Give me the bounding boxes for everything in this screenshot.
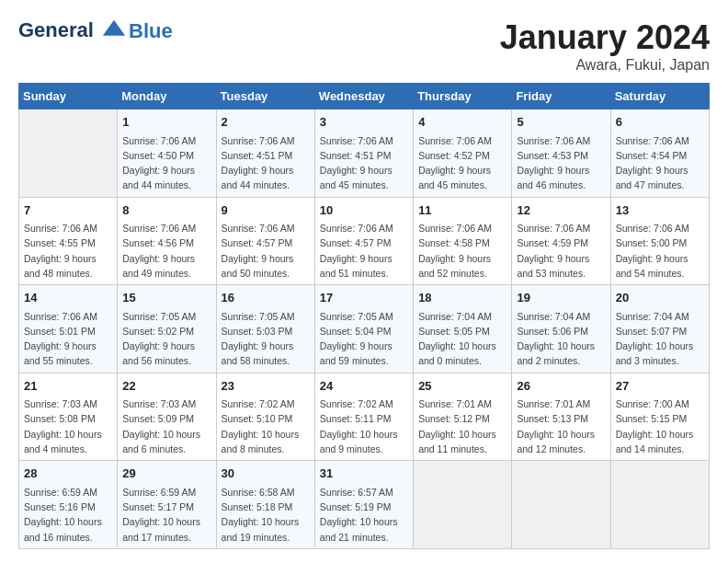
calendar-cell: 1Sunrise: 7:06 AMSunset: 4:50 PMDaylight…	[118, 109, 216, 198]
calendar-cell: 7Sunrise: 7:06 AMSunset: 4:55 PMDaylight…	[19, 197, 118, 285]
day-info: Sunrise: 7:06 AMSunset: 4:58 PMDaylight:…	[418, 221, 506, 281]
day-number: 16	[222, 289, 310, 307]
day-number: 21	[24, 377, 112, 396]
calendar-cell: 27Sunrise: 7:00 AMSunset: 5:15 PMDayligh…	[610, 373, 709, 461]
svg-marker-0	[103, 20, 125, 36]
day-info: Sunrise: 7:06 AMSunset: 4:50 PMDaylight:…	[122, 133, 210, 193]
calendar-cell: 16Sunrise: 7:05 AMSunset: 5:03 PMDayligh…	[216, 285, 314, 373]
day-info: Sunrise: 7:05 AMSunset: 5:04 PMDaylight:…	[320, 309, 408, 369]
day-number: 17	[320, 289, 408, 307]
day-info: Sunrise: 7:06 AMSunset: 4:57 PMDaylight:…	[222, 221, 310, 281]
day-number: 8	[122, 201, 210, 220]
week-row-3: 14Sunrise: 7:06 AMSunset: 5:01 PMDayligh…	[19, 285, 710, 373]
calendar-cell: 25Sunrise: 7:01 AMSunset: 5:12 PMDayligh…	[414, 373, 512, 461]
calendar-cell: 2Sunrise: 7:06 AMSunset: 4:51 PMDaylight…	[216, 109, 314, 198]
day-info: Sunrise: 7:03 AMSunset: 5:08 PMDaylight:…	[24, 396, 112, 456]
day-header-thursday: Thursday	[414, 84, 512, 109]
logo: General Blue	[18, 18, 173, 44]
calendar-cell: 23Sunrise: 7:02 AMSunset: 5:10 PMDayligh…	[216, 373, 314, 461]
day-number: 3	[320, 113, 408, 132]
day-info: Sunrise: 7:06 AMSunset: 4:54 PMDaylight:…	[616, 133, 704, 193]
calendar-cell	[414, 461, 512, 549]
calendar-cell: 14Sunrise: 7:06 AMSunset: 5:01 PMDayligh…	[19, 285, 118, 373]
day-number: 14	[24, 289, 112, 307]
week-row-4: 21Sunrise: 7:03 AMSunset: 5:08 PMDayligh…	[19, 373, 710, 461]
day-number: 29	[122, 465, 210, 483]
month-title: January 2024	[500, 18, 710, 57]
day-header-tuesday: Tuesday	[216, 84, 314, 109]
day-info: Sunrise: 7:05 AMSunset: 5:03 PMDaylight:…	[222, 309, 310, 369]
day-info: Sunrise: 7:06 AMSunset: 4:59 PMDaylight:…	[517, 221, 605, 281]
calendar-cell: 6Sunrise: 7:06 AMSunset: 4:54 PMDaylight…	[610, 109, 709, 198]
page-header: General Blue January 2024 Awara, Fukui, …	[18, 18, 710, 74]
calendar-cell: 24Sunrise: 7:02 AMSunset: 5:11 PMDayligh…	[314, 373, 413, 461]
title-block: January 2024 Awara, Fukui, Japan	[500, 18, 710, 74]
calendar-cell: 5Sunrise: 7:06 AMSunset: 4:53 PMDaylight…	[512, 109, 610, 198]
day-info: Sunrise: 7:05 AMSunset: 5:02 PMDaylight:…	[122, 309, 210, 369]
logo-general: General	[18, 18, 94, 41]
day-number: 31	[320, 465, 408, 483]
day-info: Sunrise: 6:58 AMSunset: 5:18 PMDaylight:…	[222, 485, 310, 545]
calendar-cell: 13Sunrise: 7:06 AMSunset: 5:00 PMDayligh…	[610, 197, 709, 285]
day-number: 20	[616, 289, 704, 307]
day-info: Sunrise: 6:59 AMSunset: 5:16 PMDaylight:…	[24, 485, 112, 545]
day-info: Sunrise: 7:02 AMSunset: 5:10 PMDaylight:…	[222, 396, 310, 456]
day-header-wednesday: Wednesday	[314, 84, 413, 109]
day-number: 10	[320, 201, 408, 220]
calendar-cell: 21Sunrise: 7:03 AMSunset: 5:08 PMDayligh…	[19, 373, 118, 461]
day-info: Sunrise: 7:02 AMSunset: 5:11 PMDaylight:…	[320, 396, 408, 456]
day-info: Sunrise: 7:06 AMSunset: 4:51 PMDaylight:…	[320, 133, 408, 193]
calendar-cell: 11Sunrise: 7:06 AMSunset: 4:58 PMDayligh…	[414, 197, 512, 285]
calendar-cell: 10Sunrise: 7:06 AMSunset: 4:57 PMDayligh…	[314, 197, 413, 285]
day-number: 2	[222, 113, 310, 132]
day-header-monday: Monday	[118, 84, 216, 109]
calendar-cell: 3Sunrise: 7:06 AMSunset: 4:51 PMDaylight…	[314, 109, 413, 198]
day-number: 25	[418, 377, 506, 396]
day-info: Sunrise: 6:59 AMSunset: 5:17 PMDaylight:…	[122, 485, 210, 545]
calendar-cell: 26Sunrise: 7:01 AMSunset: 5:13 PMDayligh…	[512, 373, 610, 461]
day-info: Sunrise: 7:04 AMSunset: 5:07 PMDaylight:…	[616, 309, 704, 369]
day-info: Sunrise: 7:06 AMSunset: 5:00 PMDaylight:…	[616, 221, 704, 281]
day-info: Sunrise: 7:06 AMSunset: 4:51 PMDaylight:…	[222, 133, 310, 193]
calendar-cell	[512, 461, 610, 549]
day-number: 19	[517, 289, 605, 307]
day-number: 11	[418, 201, 506, 220]
calendar-cell: 18Sunrise: 7:04 AMSunset: 5:05 PMDayligh…	[414, 285, 512, 373]
week-row-5: 28Sunrise: 6:59 AMSunset: 5:16 PMDayligh…	[19, 461, 710, 549]
day-info: Sunrise: 7:06 AMSunset: 4:55 PMDaylight:…	[24, 221, 112, 281]
calendar-cell: 12Sunrise: 7:06 AMSunset: 4:59 PMDayligh…	[512, 197, 610, 285]
day-info: Sunrise: 7:01 AMSunset: 5:13 PMDaylight:…	[517, 396, 605, 456]
day-info: Sunrise: 7:00 AMSunset: 5:15 PMDaylight:…	[616, 396, 704, 456]
day-info: Sunrise: 7:06 AMSunset: 5:01 PMDaylight:…	[24, 309, 112, 369]
calendar-cell: 17Sunrise: 7:05 AMSunset: 5:04 PMDayligh…	[314, 285, 413, 373]
week-row-2: 7Sunrise: 7:06 AMSunset: 4:55 PMDaylight…	[19, 197, 710, 285]
day-info: Sunrise: 6:57 AMSunset: 5:19 PMDaylight:…	[320, 485, 408, 545]
day-number: 4	[418, 113, 506, 132]
day-number: 7	[24, 201, 112, 220]
day-info: Sunrise: 7:06 AMSunset: 4:53 PMDaylight:…	[517, 133, 605, 193]
calendar-cell: 15Sunrise: 7:05 AMSunset: 5:02 PMDayligh…	[118, 285, 216, 373]
day-number: 30	[222, 465, 310, 483]
day-number: 12	[517, 201, 605, 220]
location-title: Awara, Fukui, Japan	[500, 57, 710, 74]
calendar-cell: 20Sunrise: 7:04 AMSunset: 5:07 PMDayligh…	[610, 285, 709, 373]
day-info: Sunrise: 7:06 AMSunset: 4:56 PMDaylight:…	[122, 221, 210, 281]
calendar-cell	[610, 461, 709, 549]
calendar-cell: 9Sunrise: 7:06 AMSunset: 4:57 PMDaylight…	[216, 197, 314, 285]
day-info: Sunrise: 7:04 AMSunset: 5:06 PMDaylight:…	[517, 309, 605, 369]
day-header-sunday: Sunday	[19, 84, 118, 109]
calendar-cell: 29Sunrise: 6:59 AMSunset: 5:17 PMDayligh…	[118, 461, 216, 549]
calendar-table: SundayMondayTuesdayWednesdayThursdayFrid…	[18, 83, 710, 549]
day-number: 5	[517, 113, 605, 132]
day-number: 15	[122, 289, 210, 307]
calendar-cell: 28Sunrise: 6:59 AMSunset: 5:16 PMDayligh…	[19, 461, 118, 549]
day-number: 9	[222, 201, 310, 220]
days-header-row: SundayMondayTuesdayWednesdayThursdayFrid…	[19, 84, 710, 109]
calendar-cell	[19, 109, 118, 198]
calendar-cell: 30Sunrise: 6:58 AMSunset: 5:18 PMDayligh…	[216, 461, 314, 549]
calendar-cell: 8Sunrise: 7:06 AMSunset: 4:56 PMDaylight…	[118, 197, 216, 285]
day-info: Sunrise: 7:01 AMSunset: 5:12 PMDaylight:…	[418, 396, 506, 456]
calendar-cell: 31Sunrise: 6:57 AMSunset: 5:19 PMDayligh…	[314, 461, 413, 549]
day-info: Sunrise: 7:06 AMSunset: 4:57 PMDaylight:…	[320, 221, 408, 281]
day-number: 6	[616, 113, 704, 132]
